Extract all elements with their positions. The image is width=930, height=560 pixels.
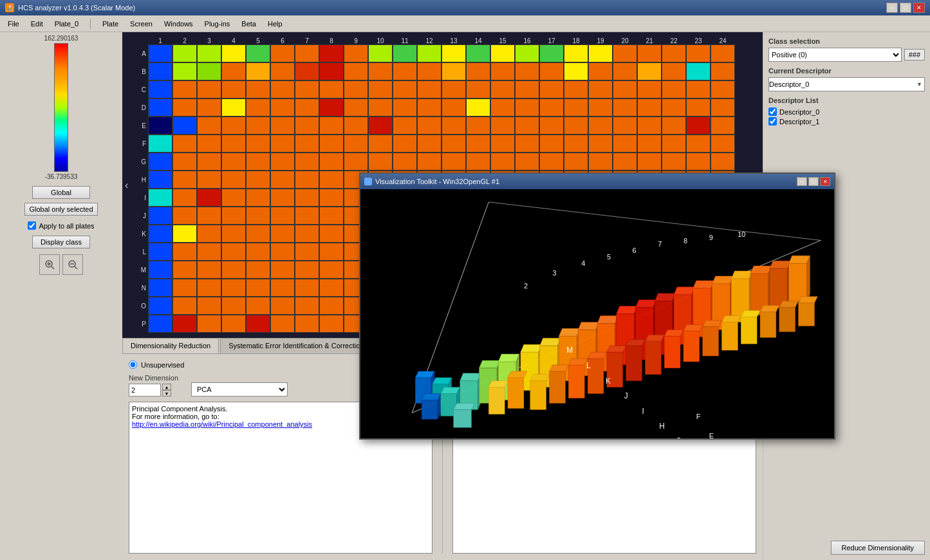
cell-P-3[interactable]: [197, 315, 221, 333]
cell-M-7[interactable]: [295, 261, 319, 279]
cell-B-3[interactable]: [197, 62, 221, 80]
cell-C-7[interactable]: [295, 80, 319, 98]
cell-B-4[interactable]: [221, 62, 246, 80]
cell-E-3[interactable]: [197, 117, 221, 135]
cell-C-14[interactable]: [466, 80, 490, 98]
cell-P-4[interactable]: [221, 315, 246, 333]
cell-I-3[interactable]: [197, 189, 221, 207]
cell-L-7[interactable]: [295, 243, 319, 261]
cell-D-8[interactable]: [319, 98, 344, 117]
cell-A-13[interactable]: [442, 44, 466, 62]
cell-D-23[interactable]: [686, 98, 711, 117]
cell-C-9[interactable]: [344, 80, 368, 98]
cell-B-24[interactable]: [711, 62, 735, 80]
cell-C-1[interactable]: [148, 80, 172, 98]
cell-K-6[interactable]: [270, 225, 295, 243]
cell-J-6[interactable]: [270, 207, 295, 225]
tab-0[interactable]: Dimensionality Reduction: [122, 338, 219, 353]
cell-G-16[interactable]: [515, 153, 539, 171]
cell-E-20[interactable]: [613, 117, 637, 135]
cell-G-8[interactable]: [319, 153, 344, 171]
cell-A-14[interactable]: [466, 44, 490, 62]
cell-F-7[interactable]: [295, 135, 319, 153]
cell-G-13[interactable]: [442, 153, 466, 171]
cell-A-2[interactable]: [172, 44, 197, 62]
menu-file[interactable]: File: [3, 19, 24, 29]
cell-E-5[interactable]: [246, 117, 270, 135]
cell-A-16[interactable]: [515, 44, 539, 62]
cell-E-14[interactable]: [466, 117, 490, 135]
cell-F-12[interactable]: [417, 135, 442, 153]
cell-B-5[interactable]: [246, 62, 270, 80]
cell-E-10[interactable]: [368, 117, 393, 135]
close-button[interactable]: ✕: [913, 3, 925, 13]
cell-H-5[interactable]: [246, 171, 270, 189]
cell-G-12[interactable]: [417, 153, 442, 171]
cell-C-2[interactable]: [172, 80, 197, 98]
cell-M-3[interactable]: [197, 261, 221, 279]
cell-G-5[interactable]: [246, 153, 270, 171]
cell-D-3[interactable]: [197, 98, 221, 117]
cell-G-18[interactable]: [564, 153, 588, 171]
cell-N-3[interactable]: [197, 279, 221, 297]
cell-A-7[interactable]: [295, 44, 319, 62]
cell-B-14[interactable]: [466, 62, 490, 80]
cell-J-5[interactable]: [246, 207, 270, 225]
cell-F-5[interactable]: [246, 135, 270, 153]
cell-N-2[interactable]: [172, 279, 197, 297]
cell-J-4[interactable]: [221, 207, 246, 225]
cell-L-5[interactable]: [246, 243, 270, 261]
cell-N-5[interactable]: [246, 279, 270, 297]
cell-E-2[interactable]: [172, 117, 197, 135]
cell-A-20[interactable]: [613, 44, 637, 62]
cell-E-23[interactable]: [686, 117, 711, 135]
cell-F-20[interactable]: [613, 135, 637, 153]
cell-D-6[interactable]: [270, 98, 295, 117]
cell-C-11[interactable]: [393, 80, 417, 98]
cell-D-24[interactable]: [711, 98, 735, 117]
menu-plugins[interactable]: Plug-ins: [200, 19, 236, 29]
reduce-dimensionality-button[interactable]: Reduce Dimensionality: [831, 541, 925, 555]
cell-I-4[interactable]: [221, 189, 246, 207]
cell-E-13[interactable]: [442, 117, 466, 135]
cell-F-15[interactable]: [490, 135, 515, 153]
cell-A-23[interactable]: [686, 44, 711, 62]
cell-F-9[interactable]: [344, 135, 368, 153]
cell-C-16[interactable]: [515, 80, 539, 98]
cell-F-2[interactable]: [172, 135, 197, 153]
cell-C-8[interactable]: [319, 80, 344, 98]
cell-B-7[interactable]: [295, 62, 319, 80]
cell-B-9[interactable]: [344, 62, 368, 80]
cell-K-7[interactable]: [295, 225, 319, 243]
cell-J-7[interactable]: [295, 207, 319, 225]
plate-nav-arrow[interactable]: ‹: [122, 177, 131, 194]
cell-C-20[interactable]: [613, 80, 637, 98]
cell-O-6[interactable]: [270, 297, 295, 315]
cell-O-2[interactable]: [172, 297, 197, 315]
cell-F-17[interactable]: [539, 135, 564, 153]
cell-D-19[interactable]: [588, 98, 613, 117]
cell-G-15[interactable]: [490, 153, 515, 171]
cell-L-3[interactable]: [197, 243, 221, 261]
cell-B-23[interactable]: [686, 62, 711, 80]
cell-B-13[interactable]: [442, 62, 466, 80]
cell-E-8[interactable]: [319, 117, 344, 135]
cell-I-6[interactable]: [270, 189, 295, 207]
cell-E-9[interactable]: [344, 117, 368, 135]
cell-L-4[interactable]: [221, 243, 246, 261]
cell-E-17[interactable]: [539, 117, 564, 135]
cell-C-23[interactable]: [686, 80, 711, 98]
cell-F-16[interactable]: [515, 135, 539, 153]
cell-B-2[interactable]: [172, 62, 197, 80]
cell-E-18[interactable]: [564, 117, 588, 135]
cell-J-1[interactable]: [148, 207, 172, 225]
cell-L-6[interactable]: [270, 243, 295, 261]
cell-K-4[interactable]: [221, 225, 246, 243]
cell-P-5[interactable]: [246, 315, 270, 333]
cell-F-3[interactable]: [197, 135, 221, 153]
cell-O-1[interactable]: [148, 297, 172, 315]
spin-up[interactable]: ▲: [162, 384, 171, 390]
cell-E-21[interactable]: [637, 117, 662, 135]
cell-D-21[interactable]: [637, 98, 662, 117]
cell-G-14[interactable]: [466, 153, 490, 171]
